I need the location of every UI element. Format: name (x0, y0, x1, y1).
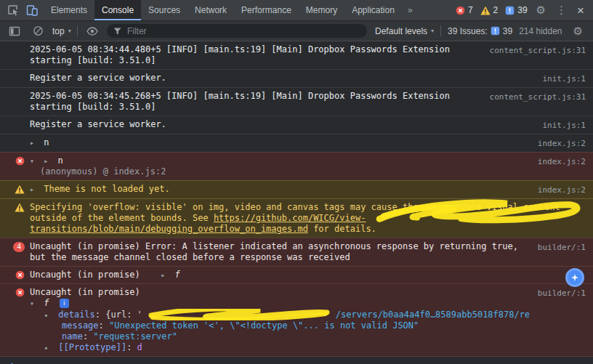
console-prompt[interactable]: > (0, 357, 593, 364)
message-source-link[interactable]: builder/:1 (538, 287, 586, 299)
hidden-messages-label: 214 hidden (519, 26, 562, 36)
console-toolbar-right: Default levels ▾ 39 Issues: 39 214 hidde… (375, 25, 587, 38)
settings-gear-icon[interactable]: ⚙ (532, 4, 550, 17)
issues-count: 39 (517, 5, 527, 15)
log-text: Register a service worker. (30, 73, 533, 84)
warning-icon (15, 203, 25, 212)
log-text: 2025-06-05 08:34:44.480+5 [INFO] [main.t… (30, 44, 481, 66)
error-icon (15, 270, 25, 280)
expand-caret-icon[interactable]: ▸ (44, 342, 53, 353)
console-sidebar-toggle-icon[interactable] (6, 23, 23, 39)
tab-sources[interactable]: Sources (141, 0, 187, 20)
log-text: Register a service worker. (30, 119, 533, 130)
expand-caret-icon[interactable]: ▸ (161, 270, 169, 280)
console-error-message: 4 Uncaught (in promise) Error: A listene… (0, 238, 593, 267)
issues-counter[interactable]: 39 Issues: 39 (448, 26, 512, 36)
chevron-down-icon: ▾ (431, 28, 434, 34)
tab-network[interactable]: Network (187, 0, 234, 20)
collapse-caret-icon[interactable]: ▾ (30, 155, 39, 166)
message-source-link[interactable]: init.js:1 (542, 119, 586, 131)
console-insights-button[interactable] (565, 268, 584, 287)
error-count-badge[interactable]: 7 (456, 5, 473, 15)
warning-text: for details. (308, 224, 376, 234)
console-message: ▸ n index.js:2 (0, 134, 593, 153)
error-object-preview: f (174, 270, 179, 280)
console-log-area: 2025-06-05 08:34:44.480+5 [INFO] [main.t… (0, 41, 593, 364)
property-value: /servers/b0aa4a4f0…8589abb5018f878/rest/… (336, 310, 529, 320)
error-text: Uncaught (in promise) (30, 287, 529, 298)
clear-console-icon[interactable] (29, 23, 47, 39)
expanded-object-label: f (44, 298, 49, 308)
toolbar-divider (77, 25, 78, 36)
tab-performance[interactable]: Performance (234, 0, 299, 20)
error-icon (456, 6, 465, 15)
redaction-scribble (144, 309, 334, 319)
more-tabs-icon[interactable]: » (403, 5, 417, 15)
message-source-link[interactable]: content_script.js:31 (490, 44, 586, 56)
stack-location-link[interactable]: index.js:2 (113, 166, 166, 177)
error-count: 7 (468, 5, 473, 15)
warning-count: 2 (493, 5, 499, 15)
message-source-link[interactable]: content_script.js:31 (490, 91, 586, 102)
error-object-preview: n (57, 155, 62, 166)
warning-icon (480, 6, 491, 15)
console-warning-message: Specifying 'overflow: visible' on img, v… (0, 198, 593, 238)
warning-icon (15, 185, 25, 194)
console-message: 2025-06-05 08:34:45.268+5 [INFO] [main.t… (0, 88, 593, 116)
panel-tabs: Elements Console Sources Network Perform… (44, 0, 402, 20)
expand-caret-icon[interactable]: ▸ (30, 137, 39, 148)
devtools-window: { "glyphs": { "caret_down": "▾", "caret_… (0, 0, 593, 364)
prompt-input-area[interactable] (22, 360, 593, 364)
warning-text: Theme is not loaded yet. (44, 184, 169, 194)
warning-count-badge[interactable]: 2 (480, 5, 499, 15)
console-error-message: Uncaught (in promise) ▸ f (0, 266, 593, 284)
property-key: [[Prototype]] (58, 342, 126, 352)
info-icon[interactable]: i (60, 299, 69, 308)
prompt-chevron-icon: > (11, 360, 16, 364)
device-toolbar-icon[interactable] (23, 2, 41, 18)
message-source-link[interactable]: init.js:1 (542, 73, 586, 84)
console-message: Register a service worker. init.js:1 (0, 116, 593, 134)
console-message: Register a service worker. init.js:1 (0, 70, 593, 88)
tab-console[interactable]: Console (94, 0, 141, 20)
message-source-link[interactable]: builder/:1 (538, 241, 586, 253)
property-key: name (62, 331, 83, 341)
inspect-element-icon[interactable] (4, 2, 22, 18)
message-source-link[interactable]: index.js:2 (538, 137, 586, 149)
status-badges: 7 2 39 (456, 5, 528, 15)
tab-memory[interactable]: Memory (299, 0, 344, 20)
issues-counter-label: 39 Issues: (448, 26, 488, 36)
expand-caret-icon[interactable]: ▸ (30, 184, 39, 195)
sparkle-icon (570, 273, 579, 282)
filter-field[interactable] (107, 24, 367, 38)
close-icon[interactable]: × (573, 4, 589, 17)
console-toolbar: top ▾ Default levels ▾ 39 Issues: 39 214… (0, 21, 593, 41)
console-error-message: ▾ ▸ n (anonymous) @ index.js:2 index.js:… (0, 152, 593, 181)
message-source-link[interactable]: index.js:2 (538, 155, 586, 167)
collapse-caret-icon[interactable]: ▾ (30, 298, 39, 309)
repeat-count-badge: 4 (13, 242, 25, 252)
log-text: 2025-06-05 08:34:45.268+5 [INFO] [main.t… (30, 91, 481, 113)
property-key: message (62, 320, 99, 331)
tab-application[interactable]: Application (344, 0, 402, 20)
property-value: "request:server" (93, 331, 177, 341)
expand-caret-icon[interactable]: ▸ (44, 310, 53, 320)
console-settings-gear-icon[interactable]: ⚙ (569, 25, 587, 38)
issues-icon (491, 26, 500, 36)
kebab-menu-icon[interactable]: ⋮ (552, 4, 571, 17)
context-selector[interactable]: top ▾ (52, 26, 71, 36)
error-icon (15, 288, 25, 297)
filter-input[interactable] (126, 25, 360, 37)
error-icon (15, 156, 25, 166)
live-expression-eye-icon[interactable] (84, 23, 101, 39)
log-levels-dropdown[interactable]: Default levels ▾ (375, 26, 434, 36)
expand-caret-icon[interactable]: ▸ (44, 155, 52, 166)
stack-frame: (anonymous) @ index.js:2 (30, 166, 529, 177)
message-source-link[interactable]: index.js:2 (538, 184, 586, 195)
log-object-preview: n (44, 137, 49, 147)
error-text: Uncaught (in promise) Error: A listener … (30, 241, 529, 263)
console-message: 2025-06-05 08:34:44.480+5 [INFO] [main.t… (0, 41, 593, 70)
issues-count-badge[interactable]: 39 (505, 5, 527, 15)
property-value: d (137, 342, 142, 352)
tab-elements[interactable]: Elements (44, 0, 94, 20)
